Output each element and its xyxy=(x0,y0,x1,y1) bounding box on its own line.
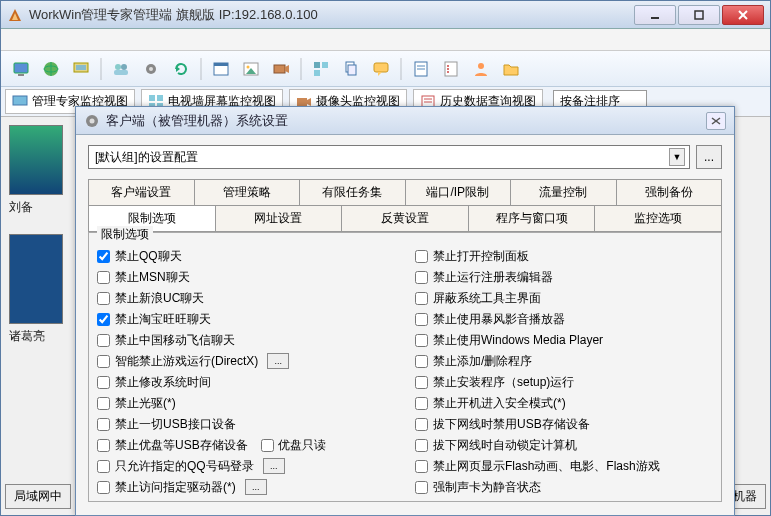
restriction-checkbox[interactable] xyxy=(415,481,428,494)
toolbar-btn-window-icon[interactable] xyxy=(207,55,235,83)
toolbar-btn-image-icon[interactable] xyxy=(237,55,265,83)
restriction-checkbox[interactable] xyxy=(415,292,428,305)
restriction-checkbox[interactable] xyxy=(415,439,428,452)
config-button[interactable]: ... xyxy=(267,353,289,369)
svg-rect-30 xyxy=(348,65,356,75)
restriction-checkbox[interactable] xyxy=(97,334,110,347)
restriction-checkbox[interactable] xyxy=(415,397,428,410)
toolbar-btn-computer-icon[interactable] xyxy=(67,55,95,83)
restriction-label: 禁止一切USB接口设备 xyxy=(115,416,236,433)
chevron-down-icon: ▼ xyxy=(669,148,685,166)
restriction-checkbox[interactable] xyxy=(415,250,428,263)
toolbar-btn-refresh-icon[interactable] xyxy=(167,55,195,83)
close-button[interactable] xyxy=(722,5,764,25)
group-combo[interactable]: [默认组]的设置配置 ▼ xyxy=(88,145,690,169)
svg-point-14 xyxy=(121,64,127,70)
maximize-button[interactable] xyxy=(678,5,720,25)
toolbar-separator xyxy=(200,58,202,80)
tab-row-2: 限制选项 网址设置 反黄设置 程序与窗口项 监控选项 xyxy=(88,205,722,231)
dialog-body: [默认组]的设置配置 ▼ ... 客户端设置 管理策略 有限任务集 端口/IP限… xyxy=(76,135,734,510)
toolbar-btn-note-icon[interactable] xyxy=(407,55,435,83)
restriction-checkbox[interactable] xyxy=(97,418,110,431)
tab-port-ip[interactable]: 端口/IP限制 xyxy=(406,179,512,205)
extra-checkbox[interactable] xyxy=(261,439,274,452)
restriction-checkbox[interactable] xyxy=(97,250,110,263)
restriction-label: 禁止打开控制面板 xyxy=(433,248,529,265)
toolbar-btn-windows-icon[interactable] xyxy=(307,55,335,83)
titlebar: WorkWin管理专家管理端 旗舰版 IP:192.168.0.100 xyxy=(1,1,770,29)
restriction-checkbox[interactable] xyxy=(415,355,428,368)
restriction-label: 拔下网线时禁用USB存储设备 xyxy=(433,416,590,433)
tab-url[interactable]: 网址设置 xyxy=(216,205,343,231)
restriction-checkbox[interactable] xyxy=(97,271,110,284)
restriction-checkbox[interactable] xyxy=(415,460,428,473)
restriction-label: 禁止优盘等USB存储设备 xyxy=(115,437,248,454)
svg-rect-31 xyxy=(374,63,388,72)
client-settings-dialog: 客户端（被管理机器）系统设置 [默认组]的设置配置 ▼ ... 客户端设置 管理… xyxy=(75,106,735,516)
svg-rect-20 xyxy=(214,63,228,66)
restriction-item: 智能禁止游戏运行(DirectX)... xyxy=(97,351,395,371)
tab-policy[interactable]: 管理策略 xyxy=(195,179,301,205)
minimize-button[interactable] xyxy=(634,5,676,25)
restriction-checkbox[interactable] xyxy=(415,334,428,347)
dialog-close-button[interactable] xyxy=(706,112,726,130)
bottom-tab-lan[interactable]: 局域网中 xyxy=(5,484,71,509)
restriction-checkbox[interactable] xyxy=(415,313,428,326)
restriction-label: 禁止QQ聊天 xyxy=(115,248,182,265)
tab-row-1: 客户端设置 管理策略 有限任务集 端口/IP限制 流量控制 强制备份 xyxy=(88,179,722,205)
tab-antiporn[interactable]: 反黄设置 xyxy=(342,205,469,231)
restriction-checkbox[interactable] xyxy=(97,376,110,389)
toolbar-btn-person-icon[interactable] xyxy=(467,55,495,83)
restriction-checkbox[interactable] xyxy=(415,418,428,431)
restriction-item: 禁止光驱(*) xyxy=(97,393,395,413)
restriction-item: 禁止使用Windows Media Player xyxy=(415,330,713,350)
restriction-item: 禁止网页显示Flash动画、电影、Flash游戏 xyxy=(415,456,713,476)
restriction-checkbox[interactable] xyxy=(97,355,110,368)
restriction-label: 禁止新浪UC聊天 xyxy=(115,290,204,307)
toolbar-btn-users-icon[interactable] xyxy=(107,55,135,83)
restriction-label: 只允许指定的QQ号码登录 xyxy=(115,458,254,475)
client-thumb[interactable] xyxy=(9,234,63,324)
restriction-checkbox[interactable] xyxy=(97,292,110,305)
restriction-item: 禁止MSN聊天 xyxy=(97,267,395,287)
toolbar-btn-globe-icon[interactable] xyxy=(37,55,65,83)
restriction-label: 禁止淘宝旺旺聊天 xyxy=(115,311,211,328)
tab-traffic[interactable]: 流量控制 xyxy=(511,179,617,205)
toolbar-btn-chat-icon[interactable] xyxy=(367,55,395,83)
restriction-checkbox[interactable] xyxy=(97,439,110,452)
restriction-label: 强制声卡为静音状态 xyxy=(433,479,541,496)
config-button[interactable]: ... xyxy=(245,479,267,495)
client-thumb[interactable] xyxy=(9,125,63,195)
toolbar-btn-copy-icon[interactable] xyxy=(337,55,365,83)
config-button[interactable]: ... xyxy=(263,458,285,474)
tab-tasks[interactable]: 有限任务集 xyxy=(300,179,406,205)
restriction-checkbox[interactable] xyxy=(97,397,110,410)
toolbar-btn-folder-icon[interactable] xyxy=(497,55,525,83)
restriction-checkbox[interactable] xyxy=(97,481,110,494)
svg-rect-46 xyxy=(297,98,307,106)
restriction-item: 禁止开机进入安全模式(*) xyxy=(415,393,713,413)
restriction-label: 禁止使用暴风影音播放器 xyxy=(433,311,565,328)
tab-monitor[interactable]: 监控选项 xyxy=(595,205,722,231)
tab-client-settings[interactable]: 客户端设置 xyxy=(88,179,195,205)
svg-rect-24 xyxy=(274,65,285,73)
dialog-titlebar: 客户端（被管理机器）系统设置 xyxy=(76,107,734,135)
toolbar-btn-monitor-icon[interactable] xyxy=(7,55,35,83)
restriction-checkbox[interactable] xyxy=(415,271,428,284)
restriction-item: 禁止新浪UC聊天 xyxy=(97,288,395,308)
restriction-label: 屏蔽系统工具主界面 xyxy=(433,290,541,307)
restriction-label: 禁止添加/删除程序 xyxy=(433,353,532,370)
restriction-label: 拔下网线时自动锁定计算机 xyxy=(433,437,577,454)
restriction-checkbox[interactable] xyxy=(97,460,110,473)
tab-programs[interactable]: 程序与窗口项 xyxy=(469,205,596,231)
restriction-checkbox[interactable] xyxy=(97,313,110,326)
toolbar-btn-gear-icon[interactable] xyxy=(137,55,165,83)
browse-button[interactable]: ... xyxy=(696,145,722,169)
restriction-checkbox[interactable] xyxy=(415,376,428,389)
restriction-item: 屏蔽系统工具主界面 xyxy=(415,288,713,308)
svg-rect-27 xyxy=(322,62,328,68)
restriction-label: 禁止访问指定驱动器(*) xyxy=(115,479,236,496)
toolbar-btn-camera-icon[interactable] xyxy=(267,55,295,83)
tab-backup[interactable]: 强制备份 xyxy=(617,179,723,205)
toolbar-btn-list-icon[interactable] xyxy=(437,55,465,83)
